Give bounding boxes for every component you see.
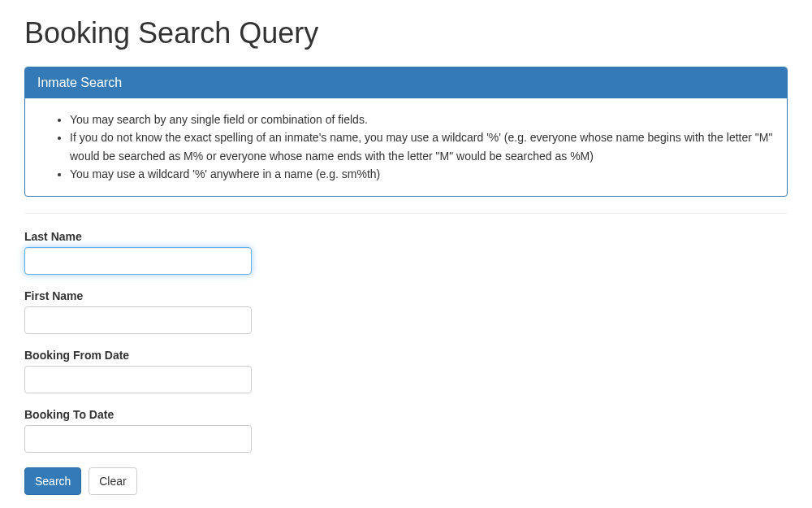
clear-button[interactable]: Clear (89, 467, 136, 495)
instruction-item: You may search by any single field or co… (70, 111, 775, 128)
booking-from-label: Booking From Date (24, 349, 788, 362)
instructions-panel: Inmate Search You may search by any sing… (24, 67, 788, 197)
first-name-input[interactable] (24, 306, 252, 334)
panel-body: You may search by any single field or co… (25, 98, 787, 196)
first-name-label: First Name (24, 289, 788, 302)
booking-from-input[interactable] (24, 366, 252, 393)
panel-heading: Inmate Search (25, 67, 787, 98)
last-name-label: Last Name (24, 230, 788, 243)
first-name-group: First Name (24, 289, 788, 334)
booking-to-input[interactable] (24, 425, 252, 453)
instruction-item: You may use a wildcard '%' anywhere in a… (70, 165, 775, 183)
page-title: Booking Search Query (24, 16, 788, 50)
instructions-list: You may search by any single field or co… (37, 111, 775, 184)
booking-to-label: Booking To Date (24, 408, 788, 421)
divider (24, 213, 788, 214)
last-name-input[interactable] (24, 247, 252, 275)
search-button[interactable]: Search (24, 467, 81, 495)
instruction-item: If you do not know the exact spelling of… (70, 128, 775, 165)
last-name-group: Last Name (24, 230, 788, 275)
button-row: Search Clear (24, 467, 788, 495)
booking-from-group: Booking From Date (24, 349, 788, 393)
booking-to-group: Booking To Date (24, 408, 788, 453)
